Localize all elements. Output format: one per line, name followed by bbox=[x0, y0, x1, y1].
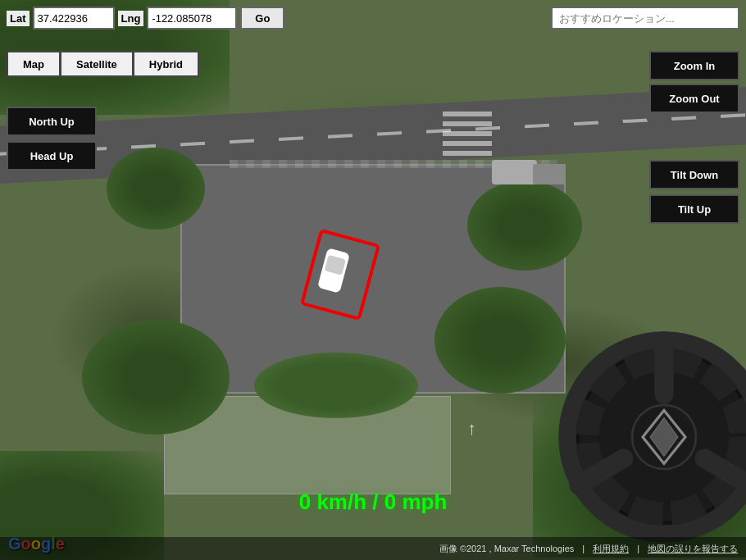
steering-wheel[interactable] bbox=[557, 330, 746, 544]
terms-link[interactable]: 利用規約 bbox=[593, 543, 629, 555]
zoom-in-button[interactable]: Zoom In bbox=[649, 51, 739, 80]
go-button[interactable]: Go bbox=[240, 7, 284, 30]
direction-arrow: ↑ bbox=[467, 418, 476, 439]
tilt-up-button[interactable]: Tilt Up bbox=[649, 194, 739, 224]
tilt-controls: Tilt Down Tilt Up bbox=[649, 160, 739, 224]
vegetation bbox=[467, 180, 582, 271]
north-up-button[interactable]: North Up bbox=[7, 107, 97, 136]
lat-label: Lat bbox=[7, 11, 30, 26]
tilt-down-button[interactable]: Tilt Down bbox=[649, 160, 739, 189]
map-container[interactable]: ↑ 0 km/h / 0 mph Google 画像 ©2021 , Maxar… bbox=[0, 0, 746, 560]
hybrid-button[interactable]: Hybrid bbox=[133, 51, 199, 77]
head-up-button[interactable]: Head Up bbox=[7, 141, 97, 171]
vegetation bbox=[107, 148, 205, 230]
vegetation bbox=[254, 353, 418, 418]
satellite-button[interactable]: Satellite bbox=[60, 51, 133, 77]
vegetation bbox=[82, 320, 230, 435]
player-car bbox=[316, 242, 365, 307]
location-suggest-container bbox=[551, 7, 739, 30]
location-suggest-input[interactable] bbox=[551, 7, 739, 30]
report-link[interactable]: 地図の誤りを報告する bbox=[648, 543, 738, 555]
zoom-out-button[interactable]: Zoom Out bbox=[649, 84, 739, 113]
coordinate-controls: Lat Lng Go bbox=[7, 7, 284, 30]
steering-wheel-svg bbox=[557, 330, 746, 544]
divider2: | bbox=[637, 544, 639, 553]
map-type-bar: Map Satellite Hybrid bbox=[7, 51, 199, 77]
divider: | bbox=[582, 544, 585, 553]
lng-input[interactable] bbox=[147, 7, 237, 30]
copyright-text: 画像 ©2021 , Maxar Technologies bbox=[439, 543, 574, 555]
crosswalk bbox=[443, 111, 492, 156]
copyright-bar: 画像 ©2021 , Maxar Technologies | 利用規約 | 地… bbox=[0, 537, 746, 560]
orientation-controls: North Up Head Up bbox=[7, 107, 97, 171]
lng-label: Lng bbox=[118, 11, 144, 26]
parked-car-2 bbox=[533, 164, 566, 184]
vegetation bbox=[434, 287, 566, 394]
map-button[interactable]: Map bbox=[7, 51, 60, 77]
zoom-controls: Zoom In Zoom Out bbox=[649, 51, 739, 113]
lat-input[interactable] bbox=[33, 7, 115, 30]
parked-car bbox=[492, 160, 537, 184]
speed-display: 0 km/h / 0 mph bbox=[299, 489, 448, 515]
